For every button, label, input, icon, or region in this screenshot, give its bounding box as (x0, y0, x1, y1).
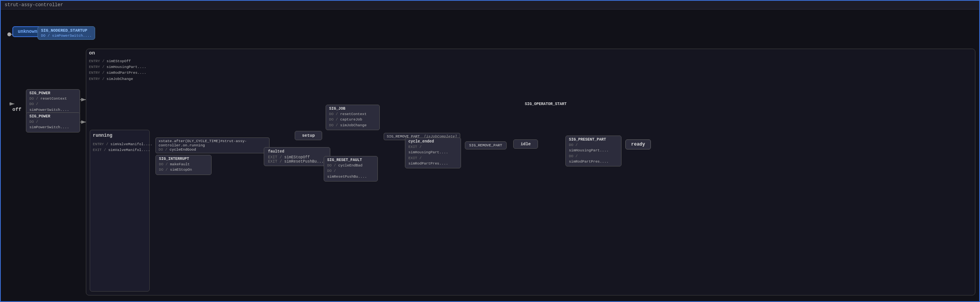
sig-reset-fault-name: SIG_RESET_FAULT (327, 158, 374, 162)
on-entries: ENTRY / simEStopOff ENTRY / simHousingPa… (89, 58, 146, 82)
sig-nodered-action-value: simPowerSwitch.... (52, 34, 92, 38)
running-container (90, 130, 150, 292)
sig-present-part-box: SIG_PRESENT_PART DO / simHousingPart....… (565, 136, 621, 166)
app-title: strut-assy-controller (5, 2, 63, 8)
sig-nodered-action-label: DO / (41, 34, 50, 38)
on-container (86, 49, 975, 295)
faulted-label: faulted (268, 149, 326, 154)
sig-job-name: SIG_JOB (329, 107, 376, 111)
xstate-trans-text: xstate.after(DLY_CYCLE_TIME)#strut-assy-… (159, 139, 266, 148)
faulted-actions: EXIT / simEStopOff EXIT / simResetPushBu… (268, 155, 326, 164)
on-entry-2: ENTRY / simHousingPart.... (89, 64, 146, 70)
cycle-ended-box: cycle_ended EXIT / simHousingPart.... EX… (405, 137, 461, 168)
svg-point-2 (7, 32, 11, 36)
sig-power-box-1: SIG_POWER DO / resetContext DO / simPowe… (26, 89, 80, 115)
sig-power-2-name: SIG_POWER (29, 114, 77, 119)
sig-power-box-2: SIG_POWER DO / simPowerSwitch.... (26, 112, 80, 132)
title-bar: strut-assy-controller (1, 1, 979, 10)
setup-state: setup (295, 131, 322, 140)
sig-power-1-name: SIG_POWER (29, 91, 77, 95)
on-label: on (89, 50, 95, 56)
sig-power-1-row-2: DO / simPowerSwitch.... (29, 102, 77, 113)
sig-power-2-row-1: DO / simPowerSwitch.... (29, 119, 77, 131)
sig-job-box: SIG_JOB DO / resetContext DO / captureJo… (326, 105, 380, 130)
sig-present-part-name: SIG_PRESENT_PART (569, 137, 618, 142)
sig-interrupt-box: SIG_INTERRUPT DO / makeFault DO / simESt… (155, 155, 212, 175)
sig-remove-part-2-box: SIG_REMOVE_PART (465, 141, 507, 149)
running-entry-1: ENTRY / simValveManifol.... (93, 141, 152, 147)
sig-power-1-val-2: simPowerSwitch.... (29, 108, 69, 112)
xstate-transition-box: xstate.after(DLY_CYCLE_TIME)#strut-assy-… (155, 137, 270, 153)
main-container: strut-assy-controller (0, 0, 980, 302)
sig-nodered-action: DO / simPowerSwitch.... (41, 34, 92, 38)
ready-label: ready (631, 142, 645, 147)
sig-remove-part-2-name: SIG_REMOVE_PART (469, 143, 502, 148)
running-label: running (93, 133, 112, 138)
unknown-label: unknown (18, 29, 37, 34)
running-entries: ENTRY / simValveManifol.... EXIT / simVa… (93, 141, 152, 153)
sig-power-1-val-1: resetContext (41, 97, 67, 101)
sig-power-1-lbl-1: DO / (29, 97, 41, 101)
sig-nodered-title: SIG_NODERED_STARTUP (41, 28, 92, 33)
idle-state: idle (513, 139, 538, 149)
cycle-ended-label: cycle_ended (408, 139, 458, 144)
on-entry-1: ENTRY / simEStopOff (89, 58, 146, 64)
off-state-label: off (12, 107, 21, 112)
ready-state: ready (625, 139, 651, 149)
sig-interrupt-name: SIG_INTERRUPT (159, 157, 208, 161)
sig-power-1-row-1: DO / resetContext (29, 96, 77, 102)
sig-operator-start-label: SIG_OPERATOR_START (525, 102, 567, 106)
sig-power-2-lbl-1: DO / (29, 120, 38, 124)
sig-nodered-box: SIG_NODERED_STARTUP DO / simPowerSwitch.… (38, 26, 95, 40)
running-exit-1: EXIT / simValveManifol.... (93, 147, 152, 153)
sig-reset-fault-box: SIG_RESET_FAULT DO / cycleEndBad DO / si… (324, 156, 378, 182)
idle-label: idle (521, 142, 531, 146)
on-entry-3: ENTRY / simRodPartPres.... (89, 70, 146, 76)
canvas: unknown SIG_NODERED_STARTUP DO / simPowe… (1, 10, 979, 301)
xstate-trans-action: DO / cycleEndGood (159, 148, 266, 152)
sig-power-2-val-1: simPowerSwitch.... (29, 125, 69, 129)
faulted-state: faulted EXIT / simEStopOff EXIT / simRes… (264, 147, 330, 166)
setup-label: setup (302, 133, 315, 138)
sig-power-1-lbl-2: DO / (29, 102, 38, 106)
on-entry-4: ENTRY / simJobChange (89, 76, 146, 82)
